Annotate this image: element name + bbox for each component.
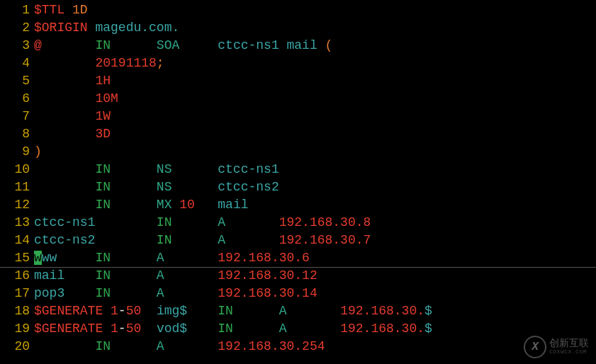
line-content[interactable]: ctcc-ns1 IN A 192.168.30.8 [34,214,596,232]
line-number: 11 [0,178,34,196]
code-line[interactable]: 1$TTL 1D [0,1,596,19]
token [64,286,95,300]
token [187,322,218,336]
token: mail [34,268,64,283]
code-line[interactable]: 3@ IN SOA ctcc-ns1 mail ( [0,37,596,55]
line-content[interactable]: IN NS ctcc-ns2 [34,178,596,196]
token: $ [424,322,432,336]
line-content[interactable]: 10M [34,90,596,108]
code-line[interactable]: 19$GENERATE 1-50 vod$ IN A 192.168.30.$ [0,320,596,338]
token [111,38,157,52]
code-line[interactable]: 9) [0,143,596,161]
line-number: 13 [0,214,34,232]
token [111,180,157,194]
token [34,162,95,176]
code-line[interactable]: 14ctcc-ns2 IN A 192.168.30.7 [0,232,596,249]
line-content[interactable]: IN A 192.168.30.254 [34,338,596,356]
code-line[interactable]: 13ctcc-ns1 IN A 192.168.30.8 [0,214,596,232]
token [195,198,218,212]
code-line[interactable]: 5 1H [0,72,596,90]
token: 3D [95,127,111,141]
token: ctcc-ns1 [218,162,279,176]
line-number: 18 [0,302,34,320]
line-content[interactable]: 20191118; [34,55,596,72]
line-number: 17 [0,285,34,302]
line-content[interactable]: $GENERATE 1-50 vod$ IN A 192.168.30.$ [34,320,596,338]
token [34,109,95,123]
token [34,127,95,141]
line-content[interactable]: ) [34,143,596,161]
token: 192.168.30.12 [218,268,317,283]
line-content[interactable]: $TTL 1D [34,1,596,19]
watermark-text-en: CDXWCX.COM [549,349,589,356]
line-content[interactable]: mail IN A 192.168.30.12 [34,267,596,285]
zone-file-editor[interactable]: 1$TTL 1D2$ORIGIN magedu.com.3@ IN SOA ct… [0,0,596,356]
token: ; [157,56,164,70]
line-content[interactable]: $ORIGIN magedu.com. [34,19,596,37]
token [64,268,95,283]
line-content[interactable]: ctcc-ns2 IN A 192.168.30.7 [34,232,596,249]
token: IN [95,251,111,265]
token: $ORIGIN [34,21,95,35]
code-line[interactable]: 6 10M [0,90,596,108]
token: ctcc-ns1 mail [218,38,325,52]
code-line[interactable]: 4 20191118; [0,55,596,72]
token [111,162,157,176]
code-line[interactable]: 17pop3 IN A 192.168.30.14 [0,285,596,302]
token: 192.168.30. [340,322,424,336]
token: $GENERATE [34,304,111,318]
token [34,91,95,106]
line-content[interactable]: IN NS ctcc-ns1 [34,161,596,178]
token: A [218,233,225,247]
token: IN [218,322,233,336]
token: $GENERATE [34,322,111,336]
line-content[interactable]: www IN A 192.168.30.6 [34,249,596,267]
code-line[interactable]: 15www IN A 192.168.30.6 [0,249,596,267]
code-line[interactable]: 20 IN A 192.168.30.254 [0,338,596,356]
token: ( [325,38,333,52]
token: IN [157,215,172,229]
token [111,339,157,353]
token: 1H [95,74,111,88]
code-line[interactable]: 10 IN NS ctcc-ns1 [0,161,596,178]
token: NS [157,162,172,176]
token: pop3 [34,286,64,300]
token: vod$ [157,322,187,336]
code-line[interactable]: 12 IN MX 10 mail [0,196,596,214]
token: 10M [95,91,118,106]
token: A [157,286,164,300]
token: MX [157,198,172,212]
code-line[interactable]: 11 IN NS ctcc-ns2 [0,178,596,196]
token: 192.168.30.8 [279,215,371,229]
line-content[interactable]: 1W [34,108,596,125]
code-line[interactable]: 8 3D [0,125,596,143]
line-content[interactable]: $GENERATE 1-50 img$ IN A 192.168.30.$ [34,302,596,320]
token: ctcc-ns2 [34,233,95,247]
code-line[interactable]: 18$GENERATE 1-50 img$ IN A 192.168.30.$ [0,302,596,320]
token [172,215,218,229]
line-content[interactable]: @ IN SOA ctcc-ns1 mail ( [34,37,596,55]
code-line[interactable]: 2$ORIGIN magedu.com. [0,19,596,37]
line-number: 10 [0,161,34,178]
token [95,215,156,229]
line-number: 20 [0,338,34,356]
code-line[interactable]: 7 1W [0,108,596,125]
line-content[interactable]: IN MX 10 mail [34,196,596,214]
token [287,304,341,318]
line-content[interactable]: 3D [34,125,596,143]
token [34,339,95,353]
token: 192.168.30.6 [218,251,310,265]
code-line[interactable]: 16mail IN A 192.168.30.12 [0,267,596,285]
token: IN [95,198,111,212]
line-number: 14 [0,232,34,249]
token: 1W [95,109,111,123]
token [111,251,157,265]
token [34,180,95,194]
token: mail [218,198,248,212]
token: 50 [126,322,142,336]
line-content[interactable]: 1H [34,72,596,90]
token [172,198,179,212]
line-content[interactable]: pop3 IN A 192.168.30.14 [34,285,596,302]
token [95,233,156,247]
line-number: 1 [0,1,34,19]
